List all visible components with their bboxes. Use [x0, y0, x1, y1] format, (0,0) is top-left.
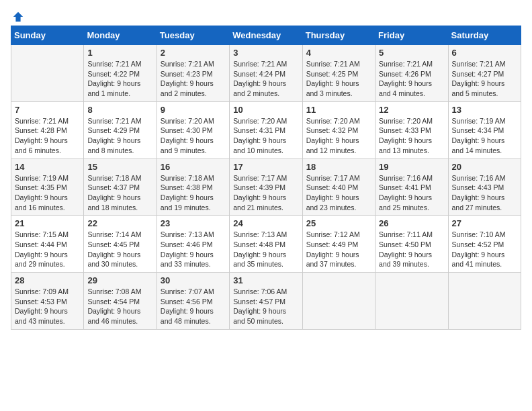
day-info: Sunrise: 7:16 AM Sunset: 4:43 PM Dayligh…	[452, 173, 517, 213]
day-number: 31	[233, 275, 298, 285]
day-info: Sunrise: 7:17 AM Sunset: 4:39 PM Dayligh…	[233, 173, 298, 213]
day-number: 2	[161, 48, 226, 58]
day-info: Sunrise: 7:09 AM Sunset: 4:53 PM Dayligh…	[15, 287, 80, 326]
day-info: Sunrise: 7:18 AM Sunset: 4:38 PM Dayligh…	[161, 173, 226, 213]
calendar-cell: 17Sunrise: 7:17 AM Sunset: 4:39 PM Dayli…	[230, 158, 302, 216]
calendar-cell: 28Sunrise: 7:09 AM Sunset: 4:53 PM Dayli…	[11, 273, 84, 330]
calendar-week-2: 7Sunrise: 7:21 AM Sunset: 4:28 PM Daylig…	[11, 101, 521, 158]
day-info: Sunrise: 7:20 AM Sunset: 4:31 PM Dayligh…	[233, 116, 298, 156]
day-header-sunday: Sunday	[11, 26, 84, 45]
calendar-cell: 18Sunrise: 7:17 AM Sunset: 4:40 PM Dayli…	[302, 158, 375, 216]
calendar-cell: 11Sunrise: 7:20 AM Sunset: 4:32 PM Dayli…	[302, 101, 375, 158]
calendar-cell: 29Sunrise: 7:08 AM Sunset: 4:54 PM Dayli…	[84, 273, 157, 330]
calendar-cell: 8Sunrise: 7:21 AM Sunset: 4:29 PM Daylig…	[84, 101, 157, 158]
calendar-cell: 9Sunrise: 7:20 AM Sunset: 4:30 PM Daylig…	[157, 101, 229, 158]
day-number: 9	[161, 105, 226, 115]
calendar-cell	[448, 273, 521, 330]
day-number: 12	[379, 105, 444, 115]
day-number: 7	[15, 105, 80, 115]
day-number: 8	[87, 105, 152, 115]
day-number: 18	[306, 162, 371, 172]
day-info: Sunrise: 7:12 AM Sunset: 4:49 PM Dayligh…	[306, 230, 371, 269]
calendar-week-3: 14Sunrise: 7:19 AM Sunset: 4:35 PM Dayli…	[11, 158, 521, 216]
calendar-cell	[302, 273, 375, 330]
calendar-cell: 16Sunrise: 7:18 AM Sunset: 4:38 PM Dayli…	[157, 158, 229, 216]
calendar-week-5: 28Sunrise: 7:09 AM Sunset: 4:53 PM Dayli…	[11, 273, 521, 330]
day-info: Sunrise: 7:18 AM Sunset: 4:37 PM Dayligh…	[87, 173, 152, 213]
day-number: 4	[306, 48, 371, 58]
calendar-cell: 2Sunrise: 7:21 AM Sunset: 4:23 PM Daylig…	[157, 45, 229, 102]
day-number: 29	[87, 275, 152, 285]
calendar-cell: 20Sunrise: 7:16 AM Sunset: 4:43 PM Dayli…	[448, 158, 521, 216]
calendar-week-4: 21Sunrise: 7:15 AM Sunset: 4:44 PM Dayli…	[11, 216, 521, 273]
day-header-saturday: Saturday	[448, 26, 521, 45]
calendar-cell: 19Sunrise: 7:16 AM Sunset: 4:41 PM Dayli…	[375, 158, 448, 216]
day-info: Sunrise: 7:21 AM Sunset: 4:24 PM Dayligh…	[233, 59, 298, 99]
day-number: 13	[452, 105, 517, 115]
day-header-friday: Friday	[375, 26, 448, 45]
calendar-header-row: SundayMondayTuesdayWednesdayThursdayFrid…	[11, 26, 521, 45]
calendar-week-1: 1Sunrise: 7:21 AM Sunset: 4:22 PM Daylig…	[11, 45, 521, 102]
day-number: 1	[87, 48, 152, 58]
calendar-cell: 26Sunrise: 7:11 AM Sunset: 4:50 PM Dayli…	[375, 216, 448, 273]
calendar-cell: 31Sunrise: 7:06 AM Sunset: 4:57 PM Dayli…	[230, 273, 302, 330]
day-info: Sunrise: 7:20 AM Sunset: 4:32 PM Dayligh…	[306, 116, 371, 156]
day-number: 11	[306, 105, 371, 115]
day-info: Sunrise: 7:13 AM Sunset: 4:46 PM Dayligh…	[161, 230, 226, 269]
calendar-cell: 15Sunrise: 7:18 AM Sunset: 4:37 PM Dayli…	[84, 158, 157, 216]
day-number: 24	[233, 218, 298, 228]
day-header-tuesday: Tuesday	[157, 26, 229, 45]
calendar-cell: 25Sunrise: 7:12 AM Sunset: 4:49 PM Dayli…	[302, 216, 375, 273]
day-info: Sunrise: 7:19 AM Sunset: 4:35 PM Dayligh…	[15, 173, 80, 213]
calendar-cell: 14Sunrise: 7:19 AM Sunset: 4:35 PM Dayli…	[11, 158, 84, 216]
calendar-cell: 22Sunrise: 7:14 AM Sunset: 4:45 PM Dayli…	[84, 216, 157, 273]
day-info: Sunrise: 7:21 AM Sunset: 4:25 PM Dayligh…	[306, 59, 371, 99]
day-number: 10	[233, 105, 298, 115]
day-info: Sunrise: 7:21 AM Sunset: 4:28 PM Dayligh…	[15, 116, 80, 156]
day-info: Sunrise: 7:08 AM Sunset: 4:54 PM Dayligh…	[87, 287, 152, 326]
day-number: 23	[161, 218, 226, 228]
day-header-monday: Monday	[84, 26, 157, 45]
day-info: Sunrise: 7:11 AM Sunset: 4:50 PM Dayligh…	[379, 230, 444, 269]
calendar-cell: 30Sunrise: 7:07 AM Sunset: 4:56 PM Dayli…	[157, 273, 229, 330]
day-info: Sunrise: 7:21 AM Sunset: 4:29 PM Dayligh…	[87, 116, 152, 156]
day-number: 15	[87, 162, 152, 172]
day-number: 20	[452, 162, 517, 172]
day-info: Sunrise: 7:14 AM Sunset: 4:45 PM Dayligh…	[87, 230, 152, 269]
day-info: Sunrise: 7:17 AM Sunset: 4:40 PM Dayligh…	[306, 173, 371, 213]
day-info: Sunrise: 7:06 AM Sunset: 4:57 PM Dayligh…	[233, 287, 298, 326]
day-info: Sunrise: 7:21 AM Sunset: 4:27 PM Dayligh…	[452, 59, 517, 99]
day-number: 16	[161, 162, 226, 172]
day-number: 26	[379, 218, 444, 228]
day-info: Sunrise: 7:21 AM Sunset: 4:23 PM Dayligh…	[161, 59, 226, 99]
calendar-cell: 10Sunrise: 7:20 AM Sunset: 4:31 PM Dayli…	[230, 101, 302, 158]
calendar-cell: 3Sunrise: 7:21 AM Sunset: 4:24 PM Daylig…	[230, 45, 302, 102]
day-info: Sunrise: 7:16 AM Sunset: 4:41 PM Dayligh…	[379, 173, 444, 213]
day-info: Sunrise: 7:20 AM Sunset: 4:33 PM Dayligh…	[379, 116, 444, 156]
day-number: 27	[452, 218, 517, 228]
day-info: Sunrise: 7:21 AM Sunset: 4:26 PM Dayligh…	[379, 59, 444, 99]
day-info: Sunrise: 7:19 AM Sunset: 4:34 PM Dayligh…	[452, 116, 517, 156]
day-info: Sunrise: 7:20 AM Sunset: 4:30 PM Dayligh…	[161, 116, 226, 156]
day-number: 22	[87, 218, 152, 228]
day-number: 3	[233, 48, 298, 58]
calendar-cell: 7Sunrise: 7:21 AM Sunset: 4:28 PM Daylig…	[11, 101, 84, 158]
day-info: Sunrise: 7:13 AM Sunset: 4:48 PM Dayligh…	[233, 230, 298, 269]
logo-icon	[12, 11, 24, 23]
day-info: Sunrise: 7:10 AM Sunset: 4:52 PM Dayligh…	[452, 230, 517, 269]
calendar-cell: 6Sunrise: 7:21 AM Sunset: 4:27 PM Daylig…	[448, 45, 521, 102]
calendar-cell	[11, 45, 84, 102]
day-header-thursday: Thursday	[302, 26, 375, 45]
day-number: 14	[15, 162, 80, 172]
calendar-cell: 5Sunrise: 7:21 AM Sunset: 4:26 PM Daylig…	[375, 45, 448, 102]
day-number: 28	[15, 275, 80, 285]
calendar-cell: 1Sunrise: 7:21 AM Sunset: 4:22 PM Daylig…	[84, 45, 157, 102]
day-info: Sunrise: 7:21 AM Sunset: 4:22 PM Dayligh…	[87, 59, 152, 99]
day-number: 5	[379, 48, 444, 58]
day-number: 21	[15, 218, 80, 228]
calendar-cell: 12Sunrise: 7:20 AM Sunset: 4:33 PM Dayli…	[375, 101, 448, 158]
calendar-cell: 27Sunrise: 7:10 AM Sunset: 4:52 PM Dayli…	[448, 216, 521, 273]
calendar-cell: 21Sunrise: 7:15 AM Sunset: 4:44 PM Dayli…	[11, 216, 84, 273]
day-number: 30	[161, 275, 226, 285]
calendar-cell: 23Sunrise: 7:13 AM Sunset: 4:46 PM Dayli…	[157, 216, 229, 273]
